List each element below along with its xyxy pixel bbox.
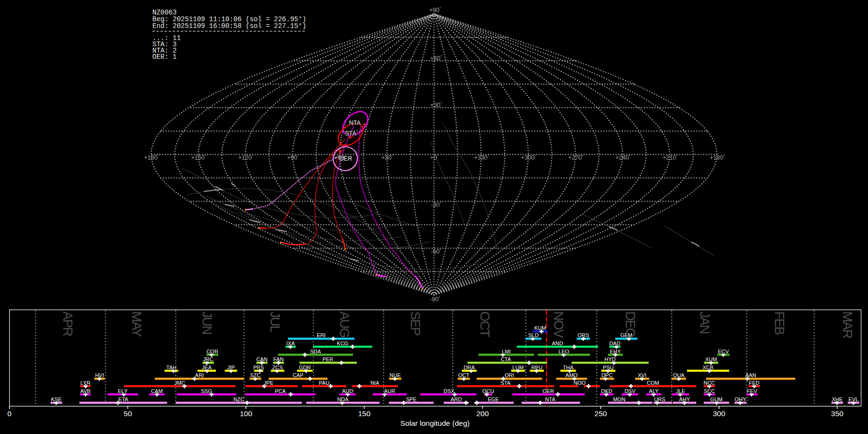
svg-text:LUM: LUM xyxy=(513,365,524,370)
svg-text:CAP: CAP xyxy=(293,372,304,378)
svg-text:LYR: LYR xyxy=(81,380,91,386)
svg-text:ECV: ECV xyxy=(718,349,729,354)
svg-text:+180°: +180° xyxy=(710,154,725,161)
svg-text:TAH: TAH xyxy=(166,365,176,370)
svg-text:DKD: DKD xyxy=(601,388,612,394)
svg-text:KUM: KUM xyxy=(534,325,546,331)
svg-text:XVI: XVI xyxy=(638,372,647,378)
svg-text:AUG: AUG xyxy=(337,312,352,338)
svg-text:JMC: JMC xyxy=(174,380,185,386)
svg-text:PPS: PPS xyxy=(253,365,264,370)
svg-text:THA: THA xyxy=(563,365,574,370)
svg-text:GEM: GEM xyxy=(620,332,632,338)
svg-text:+240°: +240° xyxy=(615,154,631,161)
svg-text:+120°: +120° xyxy=(238,154,254,161)
svg-text:ARI: ARI xyxy=(195,372,203,378)
svg-text:KCG: KCG xyxy=(337,340,349,346)
svg-text:COR: COR xyxy=(206,349,218,354)
svg-text:CAN: CAN xyxy=(256,356,267,362)
svg-text:NTA: NTA xyxy=(349,120,361,126)
svg-text:KSE: KSE xyxy=(51,396,62,402)
svg-text:STA: STA xyxy=(345,130,357,137)
svg-text:OCT: OCT xyxy=(458,372,470,378)
svg-text:HYD: HYD xyxy=(605,356,616,362)
svg-text:Solar longitude (deg): Solar longitude (deg) xyxy=(400,419,470,427)
svg-text:100: 100 xyxy=(240,409,252,418)
svg-text:PAU: PAU xyxy=(319,380,329,386)
svg-text:+270°: +270° xyxy=(568,154,583,161)
svg-text:AHY: AHY xyxy=(679,396,690,402)
svg-text:NOV: NOV xyxy=(551,312,566,339)
svg-text:NOO: NOO xyxy=(573,380,586,386)
svg-text:JIP: JIP xyxy=(227,365,235,370)
svg-text:ZCS: ZCS xyxy=(272,365,283,370)
svg-text:STA: STA xyxy=(501,380,511,386)
svg-text:APR: APR xyxy=(60,312,75,337)
svg-text:JAN: JAN xyxy=(697,312,712,334)
svg-text:SZC: SZC xyxy=(250,372,261,378)
svg-text:ELY: ELY xyxy=(118,388,128,394)
svg-text:SEP: SEP xyxy=(408,312,423,336)
svg-text:OER: OER xyxy=(542,388,554,394)
svg-text:CAM: CAM xyxy=(151,388,163,394)
svg-text:NUE: NUE xyxy=(390,372,401,378)
svg-text:MAY: MAY xyxy=(129,312,144,337)
svg-text:ALY: ALY xyxy=(649,388,659,394)
svg-text:RPU: RPU xyxy=(531,365,542,370)
svg-text:OCT: OCT xyxy=(477,312,492,338)
svg-text:DSV: DSV xyxy=(624,388,636,394)
svg-text:QUA: QUA xyxy=(673,372,685,378)
svg-text:SCC: SCC xyxy=(704,388,715,394)
svg-text:IXA: IXA xyxy=(286,340,295,346)
svg-text:0: 0 xyxy=(7,409,12,418)
svg-text:+330°: +330° xyxy=(474,154,489,161)
svg-text:SPE: SPE xyxy=(406,396,417,402)
svg-text:JLE: JLE xyxy=(676,388,685,394)
svg-text:+150°: +150° xyxy=(191,154,206,161)
svg-text:ARD: ARD xyxy=(450,396,461,402)
svg-text:AVB: AVB xyxy=(80,388,90,394)
svg-text:MAR: MAR xyxy=(840,312,855,339)
svg-text:SDA: SDA xyxy=(310,349,321,354)
svg-text:JPE: JPE xyxy=(264,380,273,386)
svg-text:ORS: ORS xyxy=(578,332,589,338)
svg-text:PER: PER xyxy=(323,356,334,362)
svg-text:PCA: PCA xyxy=(275,388,286,394)
svg-text:OHY: OHY xyxy=(734,396,746,402)
svg-text:LEO: LEO xyxy=(558,349,569,354)
svg-text:NDA: NDA xyxy=(337,396,349,402)
svg-text:JRC: JRC xyxy=(203,356,213,362)
svg-text:FED: FED xyxy=(749,380,760,386)
svg-text:OER: 1: OER: 1 xyxy=(152,53,176,61)
svg-text:+300°: +300° xyxy=(521,154,537,161)
svg-text:XHE: XHE xyxy=(832,396,843,402)
svg-text:GUM: GUM xyxy=(710,396,723,402)
svg-text:JUL: JUL xyxy=(268,312,283,333)
svg-text:PSU: PSU xyxy=(603,365,614,370)
svg-text:NTA: NTA xyxy=(545,396,556,402)
svg-text:SLD: SLD xyxy=(528,332,538,338)
svg-text:AAN: AAN xyxy=(745,372,756,378)
svg-text:DAD: DAD xyxy=(609,340,620,346)
svg-text:+180°: +180° xyxy=(144,154,160,161)
svg-text:DSX: DSX xyxy=(444,388,455,394)
svg-text:MON: MON xyxy=(613,396,625,402)
svg-text:250: 250 xyxy=(595,409,607,418)
svg-text:XUM: XUM xyxy=(705,356,717,362)
svg-text:ERI: ERI xyxy=(317,332,326,338)
svg-text:EHY: EHY xyxy=(610,349,621,354)
svg-text:ETA: ETA xyxy=(118,396,128,402)
svg-text:EVL: EVL xyxy=(849,396,859,402)
svg-text:NIA: NIA xyxy=(370,380,380,386)
svg-text:JUN: JUN xyxy=(200,312,215,335)
svg-text:300: 300 xyxy=(713,409,725,418)
svg-text:HVI: HVI xyxy=(95,372,104,378)
svg-text:End: 20251109 16:00:58 (sol =: End: 20251109 16:00:58 (sol = 227.15°) xyxy=(152,22,306,30)
svg-text:CTA: CTA xyxy=(501,356,511,362)
svg-text:OCU: OCU xyxy=(482,388,494,394)
svg-text:NCC: NCC xyxy=(704,380,715,386)
svg-text:NZC: NZC xyxy=(233,396,244,402)
svg-text:XCB: XCB xyxy=(703,365,714,370)
svg-text:FAN: FAN xyxy=(273,356,284,362)
svg-text:FEB: FEB xyxy=(772,312,787,335)
